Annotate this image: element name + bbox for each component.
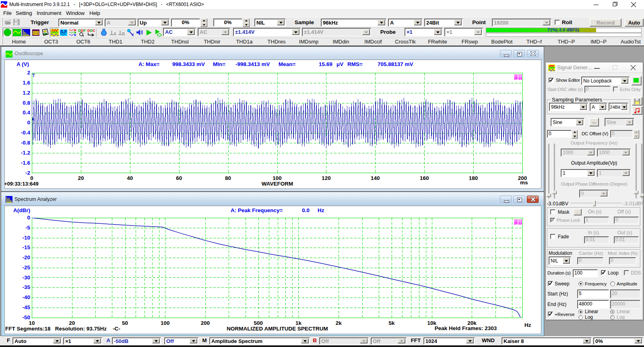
svg-text:DDP: DDP xyxy=(78,29,86,33)
svg-text:DDC: DDC xyxy=(87,29,95,33)
svg-text:DUT: DUT xyxy=(60,31,67,34)
svg-text:A: A xyxy=(114,32,116,36)
svg-text:888: 888 xyxy=(32,29,39,36)
svg-text:B: B xyxy=(122,32,125,36)
